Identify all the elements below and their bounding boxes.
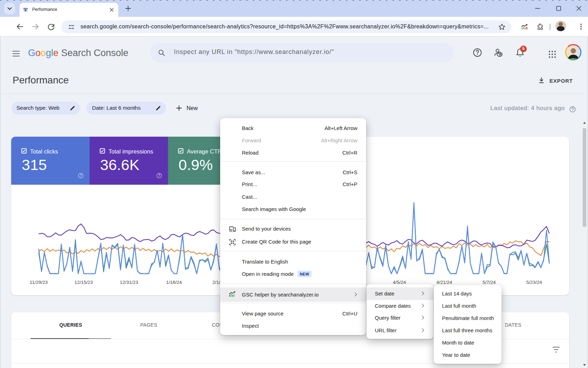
svg-text:12/15/23: 12/15/23 (75, 280, 93, 285)
svg-text:5/23/24: 5/23/24 (526, 280, 542, 285)
svg-text:4/21/24: 4/21/24 (436, 280, 453, 285)
svg-text:12/31/23: 12/31/23 (120, 280, 138, 285)
svg-text:5/7/24: 5/7/24 (483, 280, 496, 285)
svg-text:1/16/24: 1/16/24 (166, 280, 182, 285)
svg-text:11/29/23: 11/29/23 (30, 280, 48, 285)
